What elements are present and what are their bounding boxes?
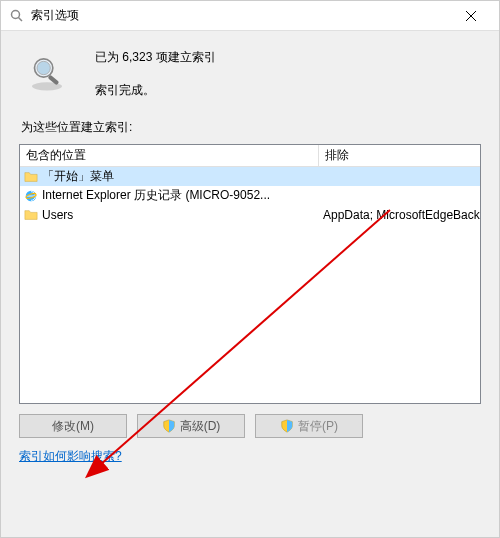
table-row[interactable]: 「开始」菜单 xyxy=(20,167,480,186)
row-name: Users xyxy=(42,208,73,222)
svg-point-6 xyxy=(37,61,50,74)
cell-exclude xyxy=(319,194,480,198)
pause-button-label: 暂停(P) xyxy=(298,418,338,435)
row-name: 「开始」菜单 xyxy=(42,168,114,185)
folder-icon xyxy=(24,170,38,184)
window-title: 索引选项 xyxy=(31,7,451,24)
advanced-button-label: 高级(D) xyxy=(180,418,221,435)
locations-body: 「开始」菜单Internet Explorer 历史记录 (MICRO-9052… xyxy=(20,167,480,224)
table-row[interactable]: UsersAppData; MicrosoftEdgeBackups; AppD… xyxy=(20,205,480,224)
ie-icon xyxy=(24,189,38,203)
col-header-included[interactable]: 包含的位置 xyxy=(20,144,319,167)
cell-exclude xyxy=(319,175,480,179)
close-button[interactable] xyxy=(451,2,491,30)
cell-included: Internet Explorer 历史记录 (MICRO-9052... xyxy=(20,185,319,206)
locations-label: 为这些位置建立索引: xyxy=(1,109,499,140)
advanced-button[interactable]: 高级(D) xyxy=(137,414,245,438)
close-icon xyxy=(466,11,476,21)
modify-button-label: 修改(M) xyxy=(52,418,94,435)
modify-button[interactable]: 修改(M) xyxy=(19,414,127,438)
help-link[interactable]: 索引如何影响搜索? xyxy=(1,442,499,479)
pause-button[interactable]: 暂停(P) xyxy=(255,414,363,438)
row-name: Internet Explorer 历史记录 (MICRO-9052... xyxy=(42,187,270,204)
buttons-row: 修改(M) 高级(D) 暂停(P) xyxy=(1,404,499,442)
col-header-exclude[interactable]: 排除 xyxy=(319,144,480,167)
cell-exclude: AppData; MicrosoftEdgeBackups; AppData xyxy=(319,206,480,224)
locations-list: 包含的位置 排除 「开始」菜单Internet Explorer 历史记录 (M… xyxy=(19,144,481,404)
locations-header: 包含的位置 排除 xyxy=(20,145,480,167)
summary-section: 已为 6,323 项建立索引 索引完成。 xyxy=(1,31,499,109)
table-row[interactable]: Internet Explorer 历史记录 (MICRO-9052... xyxy=(20,186,480,205)
magnifier-icon xyxy=(27,53,67,93)
titlebar: 索引选项 xyxy=(1,1,499,31)
svg-point-0 xyxy=(12,10,20,18)
svg-line-1 xyxy=(19,17,23,21)
shield-icon xyxy=(280,419,294,433)
cell-included: 「开始」菜单 xyxy=(20,166,319,187)
indexing-status-text: 索引完成。 xyxy=(95,82,216,99)
indexing-options-window: 索引选项 已为 6,323 项建立索引 索引完成。 为这些位置建立索引: 包含的… xyxy=(0,0,500,538)
shield-icon xyxy=(162,419,176,433)
indexed-count-text: 已为 6,323 项建立索引 xyxy=(95,49,216,66)
cell-included: Users xyxy=(20,206,319,224)
indexing-icon xyxy=(9,8,25,24)
folder-icon xyxy=(24,208,38,222)
